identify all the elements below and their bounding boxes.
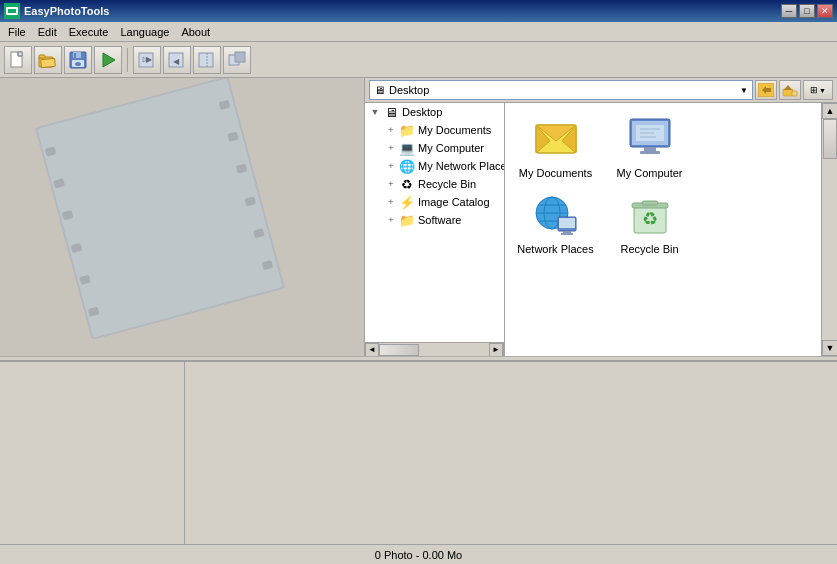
svg-rect-2 — [8, 9, 16, 13]
svg-rect-49 — [559, 218, 575, 228]
network-icon: 🌐 — [399, 158, 415, 174]
hscroll-right-button[interactable]: ► — [489, 343, 503, 357]
scroll-up-button[interactable]: ▲ — [822, 103, 837, 119]
tree-item-recycle[interactable]: + ♻ Recycle Bin — [365, 175, 504, 193]
expand-icon: + — [383, 194, 399, 210]
maximize-button[interactable]: □ — [799, 4, 815, 18]
rotate-ccw-button[interactable]: ◀ — [163, 46, 191, 74]
bottom-left-panel — [0, 362, 185, 544]
address-value: Desktop — [389, 84, 429, 96]
tree-label: Software — [418, 214, 461, 226]
file-browser: 🖥 Desktop ▼ ⊞ — [365, 78, 837, 356]
tree-panel: ▼ 🖥 Desktop + 📁 My Documents + 💻 My — [365, 103, 505, 342]
expand-icon: + — [383, 122, 399, 138]
folder-icon: 📁 — [399, 122, 415, 138]
resize-button[interactable] — [223, 46, 251, 74]
addr-up-button[interactable] — [779, 80, 801, 100]
mycomp-icon-image — [626, 115, 674, 163]
tree-hscrollbar: ◄ ► — [365, 342, 504, 356]
tree-item-desktop[interactable]: ▼ 🖥 Desktop — [365, 103, 504, 121]
recycle-icon-label: Recycle Bin — [620, 243, 678, 255]
tree-item-network[interactable]: + 🌐 My Network Places — [365, 157, 504, 175]
addr-view-button[interactable]: ⊞ ▼ — [803, 80, 833, 100]
icon-item-mycomp[interactable]: My Computer — [607, 111, 692, 183]
film-hole — [262, 260, 274, 270]
menu-execute[interactable]: Execute — [63, 24, 115, 40]
recycle-icon: ♻ — [399, 176, 415, 192]
play-button[interactable] — [94, 46, 122, 74]
computer-icon: 💻 — [399, 140, 415, 156]
recycle-icon-image: ♻ — [626, 191, 674, 239]
scroll-thumb[interactable] — [823, 119, 837, 159]
svg-rect-6 — [41, 58, 56, 67]
flip-button[interactable] — [193, 46, 221, 74]
new-button[interactable] — [4, 46, 32, 74]
film-hole — [88, 307, 100, 317]
address-combo[interactable]: 🖥 Desktop ▼ — [369, 80, 753, 100]
hscroll-left-button[interactable]: ◄ — [365, 343, 379, 357]
svg-text:◀: ◀ — [173, 57, 180, 66]
save-button[interactable] — [64, 46, 92, 74]
tree-item-software[interactable]: + 📁 Software — [365, 211, 504, 229]
address-folder-icon: 🖥 — [374, 84, 385, 96]
minimize-button[interactable]: ─ — [781, 4, 797, 18]
status-text: 0 Photo - 0.00 Mo — [375, 549, 462, 561]
icon-item-recycle[interactable]: ♻ Recycle Bin — [607, 187, 692, 259]
svg-rect-54 — [642, 201, 658, 205]
catalog-icon: ⚡ — [399, 194, 415, 210]
film-hole — [71, 242, 83, 252]
tree-item-catalog[interactable]: + ⚡ Image Catalog — [365, 193, 504, 211]
svg-point-11 — [75, 62, 81, 66]
expand-icon: + — [383, 212, 399, 228]
expand-icon: ▼ — [367, 104, 383, 120]
film-hole — [219, 99, 231, 109]
svg-rect-23 — [235, 52, 245, 62]
svg-rect-20 — [199, 53, 213, 67]
close-button[interactable]: ✕ — [817, 4, 833, 18]
tree-label: Image Catalog — [418, 196, 490, 208]
expand-icon: + — [383, 176, 399, 192]
tree-label: Desktop — [402, 106, 442, 118]
rotate-cw-button[interactable]: ▶ — [133, 46, 161, 74]
bottom-right-panel — [185, 362, 837, 544]
film-hole — [244, 196, 256, 206]
film-hole — [45, 146, 57, 156]
tree-label: My Computer — [418, 142, 484, 154]
tree-item-mycomp[interactable]: + 💻 My Computer — [365, 139, 504, 157]
status-bar: 0 Photo - 0.00 Mo — [0, 544, 837, 564]
network-icon-image — [532, 191, 580, 239]
menu-language[interactable]: Language — [114, 24, 175, 40]
icons-grid: My Documents — [509, 107, 817, 263]
menu-edit[interactable]: Edit — [32, 24, 63, 40]
expand-icon: + — [383, 158, 399, 174]
svg-rect-9 — [74, 53, 76, 58]
app-title: EasyPhotoTools — [24, 5, 781, 17]
film-hole — [227, 131, 239, 141]
open-button[interactable] — [34, 46, 62, 74]
hscroll-thumb[interactable] — [379, 344, 419, 356]
desktop-icon: 🖥 — [383, 104, 399, 120]
film-hole — [79, 275, 91, 285]
main-area: 🖥 Desktop ▼ ⊞ — [0, 78, 837, 356]
icon-item-network[interactable]: Network Places — [513, 187, 598, 259]
mydocs-icon-label: My Documents — [519, 167, 592, 179]
title-buttons: ─ □ ✕ — [781, 4, 833, 18]
film-hole — [253, 228, 265, 238]
svg-rect-26 — [766, 88, 771, 92]
mydocs-icon-image — [532, 115, 580, 163]
network-icon-label: Network Places — [517, 243, 593, 255]
tree-item-mydocs[interactable]: + 📁 My Documents — [365, 121, 504, 139]
folder-icon: 📁 — [399, 212, 415, 228]
icon-item-mydocs[interactable]: My Documents — [513, 111, 598, 183]
menu-file[interactable]: File — [2, 24, 32, 40]
menu-about[interactable]: About — [175, 24, 216, 40]
scroll-down-button[interactable]: ▼ — [822, 340, 837, 356]
icons-panel: My Documents — [505, 103, 821, 356]
scroll-track — [822, 119, 837, 340]
address-bar: 🖥 Desktop ▼ ⊞ — [365, 78, 837, 103]
hscroll-track — [379, 343, 489, 357]
addr-back-button[interactable] — [755, 80, 777, 100]
film-hole — [62, 210, 74, 220]
tree-label: My Documents — [418, 124, 491, 136]
svg-marker-12 — [103, 53, 115, 67]
